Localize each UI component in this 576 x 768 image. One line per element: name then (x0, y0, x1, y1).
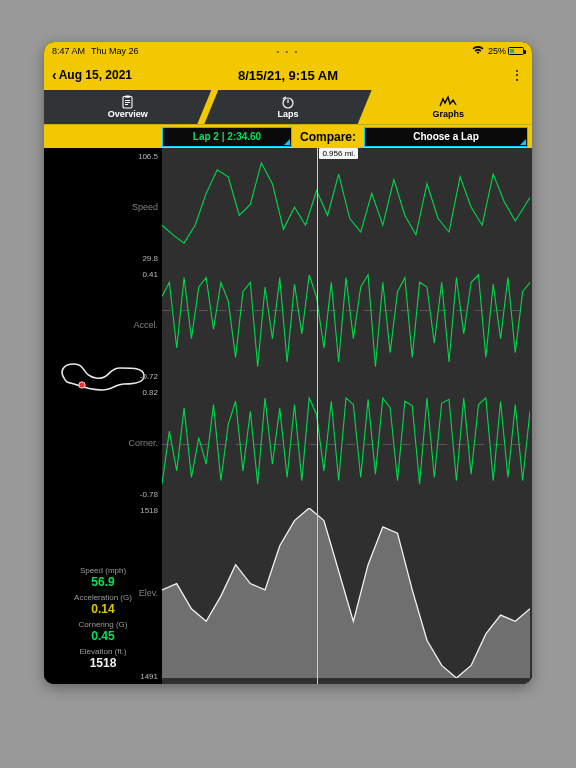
chart-ylabel: Accel. (128, 320, 158, 330)
chart-ylabel: Speed (128, 202, 158, 212)
chart-ylabel: Corner. (128, 438, 158, 448)
ytick-min: -0.72 (128, 372, 158, 381)
graph-icon (439, 95, 457, 109)
filter-bar: Lap 2 | 2:34.60 Compare: Choose a Lap (44, 124, 532, 148)
cursor-distance-label: 0.956 mi. (319, 148, 358, 159)
chart-cornering: Corner. 0.82 -0.78 (162, 384, 530, 502)
dropdown-icon (520, 139, 526, 145)
charts-panel[interactable]: 0.956 mi. Speed 106.5 29.8 Accel. 0.41 -… (162, 148, 532, 684)
multitask-dots-icon: • • • (44, 47, 532, 56)
ytick-max: 1518 (128, 506, 158, 515)
clipboard-icon (121, 95, 134, 109)
compare-label: Compare: (296, 130, 360, 144)
back-label: Aug 15, 2021 (59, 68, 132, 82)
header-bar: ‹ Aug 15, 2021 8/15/21, 9:15 AM ⋮ (44, 60, 532, 90)
tab-label: Graphs (433, 109, 465, 119)
chart-accel: Accel. 0.41 -0.72 (162, 266, 530, 384)
chart-ylabel: Elev. (128, 588, 158, 598)
position-marker-icon (79, 382, 85, 388)
compare-select-value: Choose a Lap (413, 131, 479, 142)
chart-elevation: Elev. 1518 1491 (162, 502, 530, 684)
more-menu-button[interactable]: ⋮ (510, 67, 524, 83)
lap-select-value: Lap 2 | 2:34.60 (193, 131, 261, 142)
main-area: Speed (mph) 56.9 Acceleration (G) 0.14 C… (44, 148, 532, 684)
tab-laps[interactable]: Laps (204, 90, 371, 124)
live-stats: Speed (mph) 56.9 Acceleration (G) 0.14 C… (44, 566, 162, 674)
chevron-left-icon: ‹ (52, 67, 57, 83)
back-button[interactable]: ‹ Aug 15, 2021 (52, 67, 132, 83)
lap-select[interactable]: Lap 2 | 2:34.60 (162, 127, 292, 147)
ytick-max: 0.41 (128, 270, 158, 279)
stat-cornering: Cornering (G) 0.45 (54, 620, 152, 643)
tab-label: Overview (108, 109, 148, 119)
stat-elevation: Elevation (ft.) 1518 (54, 647, 152, 670)
battery-icon (508, 47, 524, 55)
tab-bar: Overview Laps Graphs (44, 90, 532, 124)
scrub-cursor[interactable] (317, 148, 318, 684)
tab-graphs[interactable]: Graphs (365, 90, 532, 124)
ytick-max: 0.82 (128, 388, 158, 397)
svg-rect-1 (125, 96, 130, 98)
tab-label: Laps (277, 109, 298, 119)
chart-speed: Speed 106.5 29.8 (162, 148, 530, 266)
dropdown-icon (284, 139, 290, 145)
compare-select[interactable]: Choose a Lap (364, 127, 528, 147)
stopwatch-icon (280, 95, 296, 109)
ytick-max: 106.5 (128, 152, 158, 161)
stat-speed: Speed (mph) 56.9 (54, 566, 152, 589)
ytick-min: 29.8 (128, 254, 158, 263)
left-column: Speed (mph) 56.9 Acceleration (G) 0.14 C… (44, 148, 162, 684)
app-window: 8:47 AM Thu May 26 • • • 25% ‹ Aug 15, 2… (44, 42, 532, 684)
status-bar: 8:47 AM Thu May 26 • • • 25% (44, 42, 532, 60)
ytick-min: -0.78 (128, 490, 158, 499)
ytick-min: 1491 (128, 672, 158, 681)
tab-overview[interactable]: Overview (44, 90, 211, 124)
